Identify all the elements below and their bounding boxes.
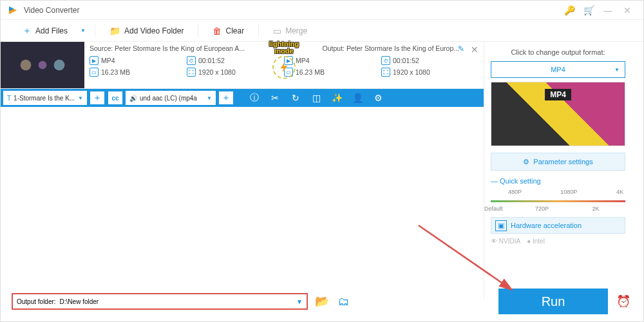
- open-folder-icon[interactable]: 📂: [314, 294, 330, 308]
- merge-button[interactable]: ▭Merge: [264, 20, 316, 42]
- run-button[interactable]: Run: [498, 289, 608, 314]
- output-label: Output: Peter Stormare Is the King of Eu…: [323, 44, 459, 52]
- output-format-label: Click to change output format:: [491, 48, 625, 56]
- subtitle-track-select[interactable]: T1-Stormare Is the K...▼: [3, 91, 87, 105]
- settings-icon[interactable]: ⚙: [369, 93, 387, 103]
- app-logo-icon: [7, 5, 19, 16]
- clear-button[interactable]: 🗑Clear: [204, 20, 253, 42]
- out-format: ▶MP4: [284, 56, 381, 65]
- add-video-folder-button[interactable]: 📁Add Video Folder: [100, 20, 193, 42]
- remove-item-icon[interactable]: ✕: [471, 44, 478, 55]
- key-icon[interactable]: 🔑: [560, 5, 579, 15]
- output-folder-field[interactable]: Output folder: D:\New folder ▼: [12, 293, 308, 310]
- browse-folder-icon[interactable]: 🗂: [336, 295, 352, 308]
- clock-icon: ⏱: [187, 56, 196, 65]
- src-size: ▭16.23 MB: [90, 68, 187, 77]
- out-resolution: ⛶1920 x 1080: [381, 68, 478, 77]
- sidebar: Click to change output format: MP4 ⚙Para…: [484, 42, 632, 299]
- cut-icon[interactable]: ✂: [266, 93, 284, 103]
- lightning-mode-label: lightning mode: [269, 41, 299, 55]
- src-format: ▶MP4: [90, 56, 187, 65]
- out-duration: ⏱00:01:52: [381, 56, 478, 65]
- minimize-button[interactable]: —: [598, 5, 618, 15]
- clock-icon: ⏱: [381, 56, 390, 65]
- folder-icon: ▭: [90, 68, 99, 77]
- intel-chip: ● Intel: [527, 238, 545, 245]
- nvidia-chip: 👁 NVIDIA: [491, 238, 520, 245]
- close-button[interactable]: ✕: [618, 5, 637, 15]
- source-label: Source: Peter Stormare Is the King of Eu…: [90, 44, 245, 52]
- add-audio-button[interactable]: ＋: [218, 91, 234, 105]
- out-size: ▭16.23 MB: [284, 68, 381, 77]
- output-folder-value: D:\New folder: [60, 298, 297, 305]
- parameter-settings-button[interactable]: ⚙Parameter settings: [491, 153, 625, 171]
- format-preview[interactable]: [491, 82, 625, 146]
- toolbar: ＋Add Files ▼ 📁Add Video Folder 🗑Clear ▭M…: [1, 20, 643, 42]
- scheduler-icon[interactable]: ⏰: [614, 294, 632, 308]
- quick-setting-label: Quick setting: [491, 177, 625, 185]
- resolution-icon: ⛶: [187, 68, 196, 77]
- cart-icon[interactable]: 🛒: [579, 5, 598, 15]
- lightning-mode-button[interactable]: [272, 56, 296, 79]
- add-files-button[interactable]: ＋Add Files: [14, 20, 77, 42]
- cc-button[interactable]: cc: [108, 91, 123, 105]
- item-edit-bar: T1-Stormare Is the K...▼ ＋ cc 🔊und aac (…: [1, 89, 484, 107]
- resolution-icon: ⛶: [381, 68, 390, 77]
- add-subtitle-button[interactable]: ＋: [90, 91, 105, 105]
- output-format-dropdown[interactable]: MP4: [491, 61, 625, 78]
- chevron-down-icon[interactable]: ▼: [296, 298, 303, 305]
- hw-chips: 👁 NVIDIA ● Intel: [491, 238, 625, 245]
- crop-icon[interactable]: ◫: [307, 93, 325, 103]
- src-resolution: ⛶1920 x 1080: [187, 68, 284, 77]
- titlebar: Video Converter 🔑 🛒 — ✕: [1, 1, 643, 20]
- quality-slider[interactable]: 480P 1080P 4K Default 720P 2K: [491, 187, 625, 213]
- info-icon[interactable]: ⓘ: [245, 92, 263, 104]
- audio-track-select[interactable]: 🔊und aac (LC) (mp4a▼: [126, 91, 216, 105]
- footer: Output folder: D:\New folder ▼ 📂 🗂 Run ⏰: [12, 290, 632, 313]
- format-icon: ▶: [90, 56, 99, 65]
- effects-icon[interactable]: ✨: [328, 93, 346, 103]
- rotate-icon[interactable]: ↻: [287, 93, 305, 103]
- video-thumbnail[interactable]: [1, 42, 84, 88]
- hardware-acceleration-toggle[interactable]: ▣Hardware acceleration: [491, 217, 625, 234]
- output-folder-label: Output folder:: [17, 298, 56, 305]
- edit-output-icon[interactable]: ✎: [458, 44, 464, 53]
- src-duration: ⏱00:01:52: [187, 56, 284, 65]
- app-title: Video Converter: [24, 6, 560, 15]
- add-files-dropdown-icon[interactable]: ▼: [77, 28, 90, 33]
- watermark-icon[interactable]: 👤: [348, 93, 366, 103]
- file-item: Source: Peter Stormare Is the King of Eu…: [1, 42, 484, 89]
